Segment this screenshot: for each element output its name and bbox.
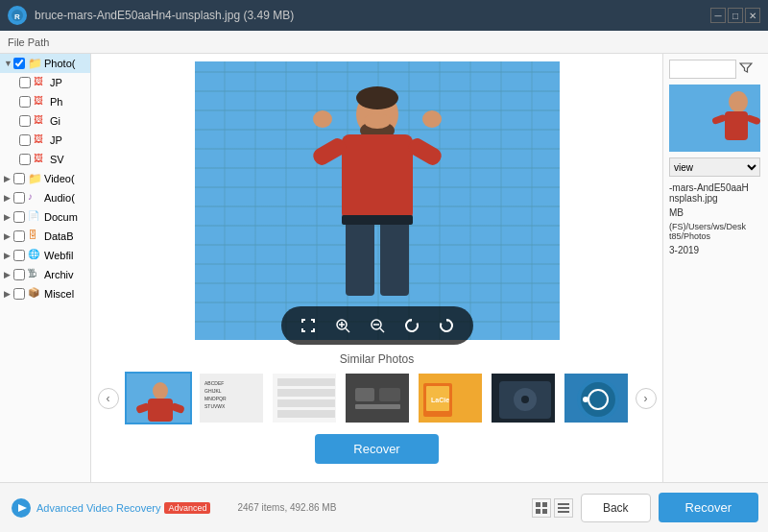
window-controls[interactable]: ─ □ ✕ [710,8,760,23]
db-checkbox[interactable] [13,230,25,242]
info-field-size: MB [669,207,762,218]
main-preview [195,61,560,340]
filter-btn[interactable] [736,60,756,79]
advanced-badge: Advanced [164,502,210,514]
sidebar-item-gi[interactable]: 🖼 Gi [0,111,90,131]
sidebar-item-ph[interactable]: 🖼 Ph [0,92,90,111]
photos-checkbox[interactable] [13,58,25,69]
close-btn[interactable]: ✕ [745,8,760,23]
content-area: ▼ 📁 Photo( 🖼 JP 🖼 Ph 🖼 Gi [0,54,768,482]
prev-thumbnail-btn[interactable]: ‹ [98,388,119,409]
recover-center-btn[interactable]: Recover [315,434,438,464]
app-icon: R [8,6,27,25]
window-title: bruce-mars-AndE50aaHn4-unsplash.jpg (3.4… [35,9,294,22]
sidebar-item-label: Webfil [44,250,73,261]
img-icon: 🖼 [34,76,47,89]
maximize-btn[interactable]: □ [728,8,743,23]
sidebar-item-label: Archiv [44,269,74,280]
jp1-checkbox[interactable] [19,77,31,88]
svg-text:R: R [14,12,20,21]
sidebar-item-jp1[interactable]: 🖼 JP [0,73,90,92]
svg-rect-12 [380,219,409,296]
doc-icon: 📄 [28,210,41,224]
arrow-icon: ▶ [4,251,13,260]
zoom-in-btn[interactable] [329,312,356,339]
audio-checkbox[interactable] [13,192,25,204]
web-icon: 🌐 [28,249,41,262]
search-input[interactable] [669,60,736,79]
svg-rect-23 [148,399,173,422]
video-recovery-icon [10,496,33,520]
zoom-out-btn[interactable] [364,312,391,339]
advanced-video-recovery-btn[interactable]: Advanced Video Recovery [36,502,160,514]
file-path-label: File Path [8,36,49,48]
web-checkbox[interactable] [13,250,25,261]
info-mini-thumbnail [669,85,760,152]
view-dropdown[interactable]: view [669,157,760,177]
arrow-icon: ▶ [4,193,13,203]
rotate-left-btn[interactable] [398,312,425,339]
recover-main-btn[interactable]: Recover [659,493,758,522]
main-container: File Path ▼ 📁 Photo( 🖼 JP 🖼 Ph [0,31,768,532]
db-icon: 🗄 [28,230,41,243]
sidebar-item-sv[interactable]: 🖼 SV [0,150,90,169]
sidebar-item-database[interactable]: ▶ 🗄 DataB [0,227,90,246]
svg-point-3 [356,86,398,109]
sidebar-item-docs[interactable]: ▶ 📄 Docum [0,207,90,227]
svg-text:MNOPQR: MNOPQR [204,396,227,401]
svg-rect-13 [342,215,413,225]
thumbnail-5[interactable]: LaCie [417,372,484,424]
arch-checkbox[interactable] [13,269,25,280]
sidebar-item-label: Photo( [44,58,75,69]
sidebar-item-misc[interactable]: ▶ 📦 Miscel [0,284,90,303]
thumbnail-4[interactable] [344,372,411,424]
arrow-icon: ▶ [4,212,13,222]
bottom-right: Back Recover [532,493,758,522]
svg-rect-61 [542,509,547,514]
folder-icon: 📁 [28,57,41,70]
rotate-right-btn[interactable] [433,312,460,339]
next-thumbnail-btn[interactable]: › [636,388,657,409]
sidebar-item-label: Gi [50,115,60,127]
minimize-btn[interactable]: ─ [710,8,726,23]
svg-rect-32 [277,378,335,386]
ph-checkbox[interactable] [19,96,31,108]
sidebar-item-audio[interactable]: ▶ ♪ Audio( [0,188,90,207]
sidebar-item-photos[interactable]: ▼ 📁 Photo( [0,54,90,73]
thumbnail-3[interactable] [271,372,338,424]
thumbnail-2[interactable]: ABCDEF GHIJKL MNOPQR STUVWX [198,372,265,424]
thumbnail-7[interactable] [563,372,630,424]
list-view-btn[interactable] [554,498,573,518]
img-icon: 🖼 [34,133,47,147]
svg-rect-60 [536,509,540,514]
info-panel: view -mars-AndE50aaHnsplash.jpg MB (FS)/… [662,54,768,482]
sidebar-item-archive[interactable]: ▶ 🗜 Archiv [0,265,90,284]
sidebar-item-label: Miscel [44,288,74,300]
fit-screen-btn[interactable] [295,312,322,339]
svg-rect-38 [379,388,400,401]
svg-text:GHIJKL: GHIJKL [204,388,222,394]
sidebar-item-webfiles[interactable]: ▶ 🌐 Webfil [0,246,90,265]
svg-line-15 [346,328,349,332]
sidebar-item-videos[interactable]: ▶ 📁 Video( [0,169,90,188]
docs-checkbox[interactable] [13,211,25,223]
svg-rect-33 [277,389,335,397]
svg-rect-53 [725,111,748,140]
title-bar: R bruce-mars-AndE50aaHn4-unsplash.jpg (3… [0,0,768,31]
videos-checkbox[interactable] [13,173,25,184]
misc-checkbox[interactable] [13,288,25,300]
svg-rect-63 [558,507,569,509]
grid-view-btn[interactable] [532,498,551,518]
misc-icon: 📦 [28,287,41,301]
sv-checkbox[interactable] [19,154,31,165]
info-field-path: (FS)/Users/ws/Deskt85/Photos [669,222,762,241]
thumbnail-6[interactable] [490,372,557,424]
info-field-filename: -mars-AndE50aaHnsplash.jpg [669,182,762,204]
sidebar-item-label: JP [50,77,62,88]
sidebar-item-jp2[interactable]: 🖼 JP [0,131,90,150]
gi-checkbox[interactable] [19,115,31,127]
back-btn[interactable]: Back [581,494,651,522]
jp2-checkbox[interactable] [19,134,31,146]
svg-point-47 [521,396,529,403]
thumbnail-1[interactable] [125,372,192,424]
